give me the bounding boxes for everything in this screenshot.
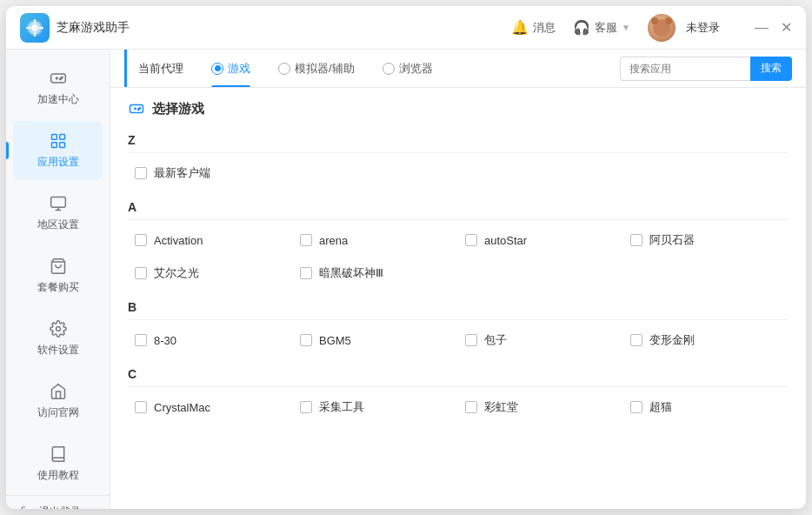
gamepad-icon <box>128 100 145 117</box>
search-button[interactable]: 搜索 <box>750 57 792 81</box>
checkbox-airzhi[interactable] <box>135 267 147 279</box>
svg-rect-11 <box>50 197 65 208</box>
game-item-activation[interactable]: Activation <box>128 224 293 257</box>
nav-browser[interactable]: 浏览器 <box>369 50 447 87</box>
checkbox-bgm5[interactable] <box>300 334 312 346</box>
user-area: 未登录 <box>648 14 720 42</box>
game-item-caiji[interactable]: 采集工具 <box>293 391 458 424</box>
game-name-diablo: 暗黑破坏神Ⅲ <box>319 265 383 281</box>
game-item-zuixin[interactable]: 最新客户端 <box>128 157 789 190</box>
emulator-radio <box>278 63 290 75</box>
nav-emulator[interactable]: 模拟器/辅助 <box>264 50 369 87</box>
game-item-crystalmac[interactable]: CrystalMac <box>128 391 293 424</box>
checkbox-zuixin[interactable] <box>135 167 147 179</box>
sidebar-tutorial-label: 使用教程 <box>37 468 79 483</box>
content-area: 当前代理 游戏 模拟器/辅助 浏览器 搜索 <box>110 50 806 509</box>
game-item-baozi[interactable]: 包子 <box>458 324 623 357</box>
game-item-arena[interactable]: arena <box>293 224 458 257</box>
message-label: 消息 <box>533 20 556 36</box>
username: 未登录 <box>686 20 720 36</box>
checkbox-arena[interactable] <box>300 234 312 246</box>
checkbox-baozi[interactable] <box>465 334 477 346</box>
search-input[interactable] <box>620 57 750 81</box>
navbar: 当前代理 游戏 模拟器/辅助 浏览器 搜索 <box>110 50 806 88</box>
logout-label: 退出登录 <box>39 505 81 509</box>
game-item-bgm5[interactable]: BGM5 <box>293 324 458 357</box>
cart-icon <box>49 257 68 276</box>
sidebar-item-region[interactable]: 地区设置 <box>13 184 103 243</box>
main-window: 芝麻游戏助手 🔔 消息 🎧 客服 ▼ <box>6 6 806 509</box>
game-name-bianxing: 变形金刚 <box>649 332 695 348</box>
checkbox-chaomao[interactable] <box>630 401 642 413</box>
svg-point-15 <box>56 327 60 331</box>
game-item-bianxing[interactable]: 变形金刚 <box>623 324 789 357</box>
game-item-caihong[interactable]: 彩虹堂 <box>458 391 623 424</box>
sidebar-official-label: 访问官网 <box>37 405 79 420</box>
book-icon <box>49 445 68 464</box>
service-btn[interactable]: 🎧 客服 ▼ <box>573 19 630 36</box>
game-name-abeshiqi: 阿贝石器 <box>649 232 695 248</box>
sidebar-item-software[interactable]: 软件设置 <box>13 309 103 368</box>
game-name-autostar: autoStar <box>484 234 527 247</box>
sidebar-item-tutorial[interactable]: 使用教程 <box>13 434 103 493</box>
app-logo <box>20 13 50 43</box>
nav-current-proxy[interactable]: 当前代理 <box>124 50 197 87</box>
game-area-header: 选择游戏 <box>128 88 789 126</box>
checkbox-830[interactable] <box>135 334 147 346</box>
game-name-bgm5: BGM5 <box>319 334 351 347</box>
letter-C: C <box>128 360 789 387</box>
game-name-zuixin: 最新客户端 <box>154 165 210 181</box>
game-name-activation: Activation <box>154 234 203 247</box>
checkbox-bianxing[interactable] <box>630 334 642 346</box>
checkbox-crystalmac[interactable] <box>135 401 147 413</box>
checkbox-caihong[interactable] <box>465 401 477 413</box>
checkbox-diablo[interactable] <box>300 267 312 279</box>
grid-icon <box>49 131 68 150</box>
main-layout: 加速中心 应用设置 <box>6 50 806 509</box>
checkbox-activation[interactable] <box>135 234 147 246</box>
game-item-autostar[interactable]: autoStar <box>458 224 623 257</box>
home-icon <box>49 382 68 401</box>
sidebar-region-label: 地区设置 <box>37 217 79 232</box>
bell-icon: 🔔 <box>511 19 529 36</box>
minimize-btn[interactable]: — <box>755 21 769 35</box>
message-btn[interactable]: 🔔 消息 <box>511 19 556 36</box>
monitor-icon <box>49 194 68 213</box>
sidebar-app-settings-label: 应用设置 <box>37 155 79 170</box>
game-item-chaomao[interactable]: 超猫 <box>623 391 789 424</box>
sidebar-item-accelerate[interactable]: 加速中心 <box>13 58 103 117</box>
sidebar: 加速中心 应用设置 <box>6 50 110 509</box>
sidebar-item-official[interactable]: 访问官网 <box>13 371 103 431</box>
group-C: C CrystalMac 采集工具 彩虹堂 <box>128 360 789 424</box>
game-item-diablo[interactable]: 暗黑破坏神Ⅲ <box>293 257 458 290</box>
nav-game[interactable]: 游戏 <box>197 50 264 87</box>
game-item-830[interactable]: 8-30 <box>128 324 293 357</box>
game-name-baozi: 包子 <box>484 332 507 348</box>
game-list-area: 选择游戏 Z 最新客户端 A Activatio <box>110 88 806 509</box>
game-area-title: 选择游戏 <box>152 101 204 117</box>
sidebar-item-app-settings[interactable]: 应用设置 <box>13 121 103 180</box>
sidebar-logout[interactable]: 退出登录 <box>6 495 110 509</box>
checkbox-caiji[interactable] <box>300 401 312 413</box>
sidebar-item-package[interactable]: 套餐购买 <box>13 246 103 305</box>
game-name-chaomao: 超猫 <box>649 399 672 415</box>
dropdown-icon: ▼ <box>622 23 630 32</box>
checkbox-autostar[interactable] <box>465 234 477 246</box>
svg-point-1 <box>31 24 37 30</box>
close-btn[interactable]: ✕ <box>781 21 792 35</box>
avatar-image <box>648 14 676 42</box>
game-name-airzhi: 艾尔之光 <box>154 265 199 281</box>
group-A: A Activation arena autoStar <box>128 193 789 290</box>
game-item-abeshiqi[interactable]: 阿贝石器 <box>623 224 789 257</box>
game-controller-icon <box>49 69 68 88</box>
avatar <box>648 14 676 42</box>
game-grid-A: Activation arena autoStar 阿贝石器 <box>128 224 789 290</box>
game-item-airzhi[interactable]: 艾尔之光 <box>128 257 293 290</box>
group-Z: Z 最新客户端 <box>128 126 789 190</box>
letter-B: B <box>128 293 789 320</box>
titlebar: 芝麻游戏助手 🔔 消息 🎧 客服 ▼ <box>6 6 806 50</box>
game-name-arena: arena <box>319 234 348 247</box>
game-name-830: 8-30 <box>154 334 176 347</box>
sidebar-package-label: 套餐购买 <box>37 280 79 295</box>
checkbox-abeshiqi[interactable] <box>630 234 642 246</box>
